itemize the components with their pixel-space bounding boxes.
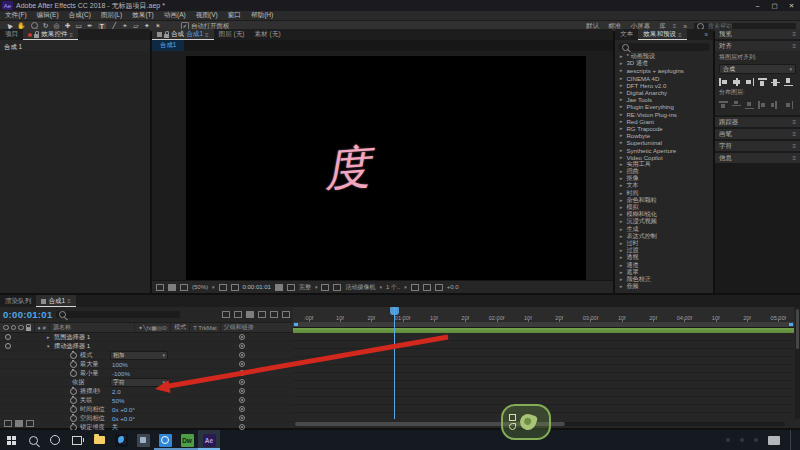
close-button[interactable]: ✕ [783, 2, 800, 10]
twirl-icon[interactable]: ▼ [46, 344, 50, 349]
taskbar-search-button[interactable] [22, 430, 44, 450]
align-top-button[interactable] [758, 78, 767, 86]
mode-header[interactable]: 模式 [171, 323, 190, 332]
panel-menu-icon[interactable]: ≡ [67, 298, 71, 304]
effects-category-row[interactable]: ► Synthetic Aperture [615, 146, 713, 153]
graph-editor-icon[interactable] [282, 311, 290, 318]
tray-dot-icon[interactable] [726, 438, 730, 442]
panel-menu-icon[interactable]: ≡ [792, 119, 796, 125]
pickwhip-icon[interactable] [239, 406, 245, 412]
frame-blend-icon[interactable] [258, 311, 266, 318]
property-value[interactable]: 2.0 [112, 388, 121, 395]
effects-category-row[interactable]: ► 音频 [615, 283, 713, 290]
primary-viewer-icon[interactable] [168, 284, 176, 291]
panel-overflow-icon[interactable]: » [699, 29, 713, 40]
pickwhip-icon[interactable] [239, 334, 245, 340]
minimize-button[interactable]: – [749, 2, 766, 10]
twirl-icon[interactable]: ► [619, 234, 623, 239]
pickwhip-icon[interactable] [239, 352, 245, 358]
menu-item[interactable]: 窗口 [223, 11, 246, 20]
menu-item[interactable]: 帮助(H) [246, 11, 278, 20]
twirl-icon[interactable]: ► [619, 270, 623, 275]
effects-category-row[interactable]: ► RG Trapcode [615, 125, 713, 132]
effects-category-row[interactable]: ► Plugin Everything [615, 103, 713, 110]
stopwatch-icon[interactable] [70, 397, 77, 404]
collapsed-panel-header[interactable]: 跟踪器 ≡ [715, 117, 800, 127]
twirl-icon[interactable]: ► [619, 68, 623, 73]
twirl-icon[interactable]: ► [46, 335, 50, 340]
effects-category-row[interactable]: ► Superluminal [615, 139, 713, 146]
twirl-icon[interactable]: ► [619, 263, 623, 268]
playhead-line[interactable] [394, 307, 395, 419]
twirl-icon[interactable]: ► [619, 140, 623, 145]
effects-category-row[interactable]: ► CINEMA 4D [615, 75, 713, 82]
always-preview-icon[interactable] [156, 284, 164, 291]
effects-category-row[interactable]: ► Digital Anarchy [615, 89, 713, 96]
twirl-icon[interactable]: ► [619, 219, 623, 224]
fast-preview-icon[interactable] [423, 284, 431, 291]
twirl-icon[interactable]: ► [619, 248, 623, 253]
distribute-bottom-button[interactable] [745, 101, 754, 109]
mini-flowchart-icon[interactable] [222, 311, 230, 318]
twirl-icon[interactable]: ► [619, 76, 623, 81]
twirl-icon[interactable]: ► [619, 104, 623, 109]
task-view-button[interactable] [66, 430, 88, 450]
effects-search-input[interactable] [632, 43, 714, 51]
collapsed-panel-header[interactable]: 字符 ≡ [715, 141, 800, 151]
property-value[interactable]: 100% [112, 361, 128, 368]
timeline-row-range-selector[interactable]: ► 范围选择器 1 [0, 333, 293, 342]
visibility-eye-icon[interactable] [5, 334, 11, 340]
pickwhip-icon[interactable] [239, 388, 245, 394]
panel-menu-icon[interactable]: ≡ [678, 32, 682, 38]
messaging-app-button[interactable] [154, 430, 176, 450]
camera-caret-icon[interactable]: ▾ [379, 284, 382, 290]
panel-menu-icon[interactable]: ≡ [792, 31, 796, 37]
twirl-icon[interactable]: ► [619, 205, 623, 210]
panel-menu-icon[interactable]: ≡ [792, 43, 796, 49]
dreamweaver-button[interactable]: Dw [176, 430, 198, 450]
timeline-track-area[interactable]: :00f10f20f01:00f10f20f02:00f10f20f03:00f… [293, 307, 794, 419]
align-v-center-button[interactable] [771, 78, 780, 86]
tab-project[interactable]: 项目 [0, 29, 23, 40]
align-h-center-button[interactable] [732, 78, 741, 86]
twirl-icon[interactable]: ► [619, 176, 623, 181]
maximize-button[interactable]: ▢ [766, 2, 783, 10]
twirl-icon[interactable]: ► [619, 255, 623, 260]
zoom-caret-icon[interactable]: ▾ [212, 284, 215, 290]
stopwatch-icon[interactable] [70, 352, 77, 359]
zoom-in-icon[interactable] [26, 420, 34, 427]
twirl-icon[interactable]: ► [619, 148, 623, 153]
distribute-h-center-button[interactable] [771, 101, 780, 109]
ruler-grid-icon[interactable] [219, 284, 227, 291]
pickwhip-icon[interactable] [239, 343, 245, 349]
distribute-top-button[interactable] [719, 101, 728, 109]
timeline-row-min-amount[interactable]: 最小量 -100% [0, 369, 293, 378]
stopwatch-icon[interactable] [70, 406, 77, 413]
menu-item[interactable]: 视图(V) [191, 11, 223, 20]
effects-category-row[interactable]: ► Rowbyte [615, 132, 713, 139]
zoom-out-icon[interactable] [15, 420, 23, 427]
collapsed-panel-header[interactable]: 信息 ≡ [715, 153, 800, 163]
viewer-timecode[interactable]: 0:00:01:01 [243, 284, 271, 290]
effects-category-row[interactable]: ► aescripts + aeplugins [615, 67, 713, 74]
expand-layers-icon[interactable] [4, 420, 12, 427]
stopwatch-icon[interactable] [70, 388, 77, 395]
time-ruler[interactable]: :00f10f20f01:00f10f20f02:00f10f20f03:00f… [293, 307, 794, 323]
stopwatch-icon[interactable] [70, 361, 77, 368]
motion-blur-icon[interactable] [270, 311, 278, 318]
ime-tray-icon[interactable] [768, 436, 780, 445]
pickwhip-icon[interactable] [239, 379, 245, 385]
view-count-caret-icon[interactable]: ▾ [404, 284, 407, 290]
menu-item[interactable]: 动画(A) [159, 11, 191, 20]
distribute-left-button[interactable] [758, 101, 767, 109]
distribute-v-center-button[interactable] [732, 101, 741, 109]
preview-panel-header[interactable]: 预览 ≡ [715, 29, 800, 39]
resolution-caret-icon[interactable]: ▾ [315, 284, 318, 290]
tab-composition[interactable]: 合成 合成1 ≡ [152, 29, 214, 40]
pixel-aspect-icon[interactable] [411, 284, 419, 291]
source-name-header[interactable]: 源名称 [50, 323, 135, 332]
show-desktop-button[interactable] [790, 430, 794, 450]
tray-dot-icon[interactable] [740, 438, 744, 442]
effects-category-row[interactable]: ► Red Giant [615, 118, 713, 125]
menu-item[interactable]: 效果(T) [127, 11, 159, 20]
